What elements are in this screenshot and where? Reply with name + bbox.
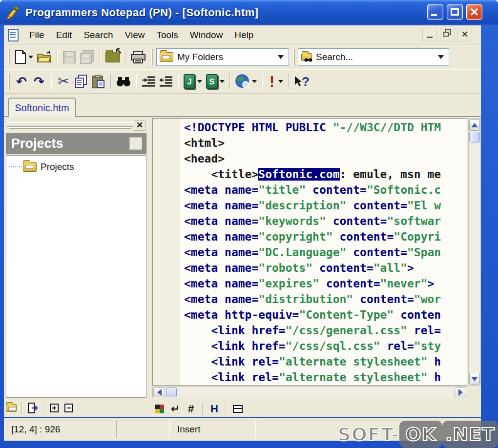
code-line: <meta http-equiv="Content-Type" conten [184, 307, 467, 323]
horizontal-scrollbar[interactable] [152, 387, 467, 398]
code-line: <meta name="expires" content="never"> [184, 276, 467, 291]
hash-icon: # [188, 403, 194, 415]
paste-button[interactable] [90, 72, 107, 91]
menu-tools[interactable]: Tools [150, 27, 184, 43]
exclaim-dropdown-icon[interactable] [278, 80, 283, 83]
help-question-icon: ? [302, 74, 310, 89]
code-line: <link href="/css/sql.css" rel="sty [184, 338, 467, 354]
menu-edit[interactable]: Edit [50, 27, 78, 43]
find-button[interactable] [114, 72, 133, 91]
tools-exclaim-button[interactable]: ! [266, 72, 285, 91]
panel-grabber[interactable]: ✕ [6, 120, 146, 132]
copy-button[interactable] [72, 72, 90, 91]
toolbar-grip[interactable] [8, 49, 10, 65]
menu-file[interactable]: File [23, 27, 50, 43]
scroll-down-button[interactable] [469, 373, 480, 385]
bookmark-button[interactable]: H [207, 402, 222, 416]
outdent-button[interactable] [157, 72, 175, 91]
open-file-button[interactable] [35, 48, 54, 66]
minimize-button[interactable] [427, 4, 443, 20]
print-button[interactable] [129, 48, 147, 66]
cut-button[interactable]: ✂ [55, 72, 72, 91]
projects-tree[interactable]: Projects [6, 155, 146, 398]
scroll-up-button[interactable] [469, 119, 480, 131]
maximize-button[interactable] [447, 4, 463, 20]
watermark-text: .NET [442, 421, 498, 448]
projects-panel: ✕ Projects Projects [4, 117, 148, 417]
new-file-button[interactable] [13, 48, 35, 66]
toolbar-grip[interactable] [8, 73, 10, 90]
web-tool-button[interactable] [233, 72, 259, 91]
expand-all-button[interactable] [47, 401, 62, 415]
scheme-dropdown-icon[interactable] [220, 80, 225, 83]
web-dropdown-icon[interactable] [252, 80, 257, 83]
mdi-restore-button[interactable] [440, 28, 455, 41]
redo-icon: ↷ [34, 75, 44, 88]
code-editor[interactable]: <!DOCTYPE HTML PUBLIC "-//W3C//DTD HTM<h… [152, 118, 467, 386]
toolbar-grip[interactable] [293, 49, 295, 65]
scroll-left-button[interactable] [153, 387, 165, 397]
menu-help[interactable]: Help [228, 27, 259, 43]
close-folder-button[interactable] [104, 48, 122, 66]
paste-icon [92, 75, 105, 88]
line-numbers-button[interactable]: # [184, 402, 198, 416]
arrow-right-icon [458, 389, 463, 396]
search-combo-value: Search... [316, 52, 438, 62]
save-all-button[interactable] [78, 48, 97, 66]
split-view-button[interactable] [230, 402, 245, 416]
code-line: <link href="/css/general.css" rel= [184, 323, 467, 338]
scroll-right-button[interactable] [455, 387, 466, 397]
menu-window[interactable]: Window [184, 27, 229, 43]
watermark-text: SOFT- [337, 424, 399, 445]
indent-button[interactable] [140, 72, 157, 91]
chevron-down-icon[interactable] [438, 55, 444, 59]
mdi-restore-icon [443, 32, 449, 37]
editor-toolbar: ↵ # H [152, 400, 467, 417]
undo-button[interactable]: ↶ [13, 72, 30, 91]
chevron-down-icon[interactable] [278, 55, 284, 59]
tree-item-projects[interactable]: Projects [9, 162, 146, 172]
document-tab-bar: Softonic.htm [4, 94, 481, 117]
toolbar-grip[interactable] [151, 49, 153, 65]
collapse-all-button[interactable] [62, 401, 76, 415]
word-wrap-button[interactable]: ↵ [168, 402, 183, 416]
menu-search[interactable]: Search [78, 27, 119, 43]
close-button[interactable]: ✕ [466, 4, 482, 20]
search-combobox[interactable]: Search... [298, 48, 449, 66]
new-file-dropdown-icon [28, 56, 33, 59]
add-magic-folder-button[interactable] [4, 401, 19, 415]
mdi-minimize-button[interactable] [422, 28, 437, 41]
vertical-scrollbar[interactable] [468, 118, 481, 386]
menu-view[interactable]: View [119, 27, 151, 43]
app-logo-icon [6, 5, 21, 20]
editor-region: <!DOCTYPE HTML PUBLIC "-//W3C//DTD HTM<h… [150, 117, 481, 417]
panel-close-button[interactable]: ✕ [134, 120, 145, 131]
code-line: <meta name="distribution" content="wor [184, 291, 467, 307]
save-icon [63, 51, 76, 63]
code-line: <meta name="description" content="El w [184, 198, 467, 213]
save-button[interactable] [61, 48, 78, 66]
undo-icon: ↶ [16, 75, 27, 88]
folders-combobox[interactable]: My Folders [156, 48, 289, 66]
separator [262, 74, 263, 89]
jump-dropdown-icon[interactable] [197, 80, 202, 83]
document-icon[interactable] [8, 29, 19, 41]
separator [21, 402, 22, 414]
binoculars-icon [116, 76, 131, 87]
highlight-scheme-button[interactable] [152, 402, 167, 416]
code-line: <html> [184, 135, 467, 151]
tab-softonic[interactable]: Softonic.htm [8, 98, 76, 117]
vscroll-thumb[interactable] [469, 132, 480, 143]
code-line: <title>Softonic.com: emule, msn me [184, 166, 467, 182]
mdi-close-button[interactable]: ✕ [457, 28, 472, 41]
title-bar: Programmers Notepad (PN) - [Softonic.htm… [0, 0, 498, 25]
jump-tool-button[interactable]: J [182, 72, 204, 91]
open-project-button[interactable] [25, 401, 40, 415]
main-area: ✕ Projects Projects [4, 117, 481, 417]
hscroll-thumb[interactable] [166, 387, 177, 397]
context-help-button[interactable]: ? [292, 72, 311, 91]
redo-button[interactable]: ↷ [30, 72, 48, 91]
projects-header-button[interactable] [129, 137, 142, 150]
scheme-tool-button[interactable]: S [204, 72, 227, 91]
arrow-left-icon [157, 389, 162, 396]
